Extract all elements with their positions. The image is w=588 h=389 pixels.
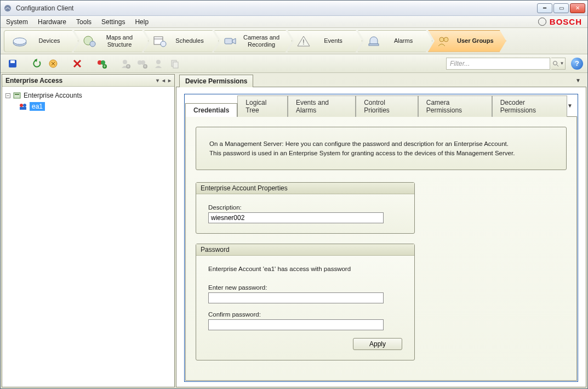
subtab-events-alarms[interactable]: Events and Alarms [288, 95, 356, 117]
app-icon [3, 3, 13, 13]
search-icon [552, 60, 559, 67]
menu-bar: System Hardware Tools Settings Help BOSC… [1, 16, 587, 28]
menu-settings[interactable]: Settings [101, 18, 125, 26]
svg-point-38 [23, 104, 26, 107]
dropdown-arrow-icon: ▼ [560, 61, 564, 66]
activate-button[interactable] [45, 56, 61, 71]
nav-events[interactable]: ! Events [288, 30, 362, 52]
svg-point-2 [13, 38, 26, 44]
svg-rect-16 [10, 60, 15, 63]
password-status-text: Enterprise Account 'ea1' has access with… [208, 266, 402, 272]
new-password-input[interactable] [208, 292, 384, 303]
pin-icon[interactable]: ▾ [156, 77, 159, 83]
group-title: Password [196, 244, 414, 256]
tree-root-row[interactable]: − Enterprise Accounts [5, 90, 171, 101]
device-icon [12, 33, 27, 49]
group-account-properties: Enterprise Account Properties Descriptio… [196, 182, 415, 234]
nav-label: Events [317, 37, 350, 44]
toolbar: + + + Filter... ▼ ? [1, 54, 587, 73]
apply-button[interactable]: Apply [353, 338, 402, 350]
subtab-camera-permissions[interactable]: Camera Permissions [418, 95, 492, 117]
nav-strip: Devices Maps and Structure Schedules Cam… [1, 28, 587, 54]
tree-child-label: ea1 [30, 102, 45, 111]
account-icon [19, 102, 27, 111]
info-line-2: This password is used in an Enterprise S… [209, 149, 553, 158]
user-groups-icon [436, 33, 452, 49]
add-dual-button[interactable]: + [134, 56, 150, 71]
menu-help[interactable]: Help [135, 18, 149, 26]
schedule-icon [152, 33, 168, 49]
close-button[interactable]: ✕ [570, 3, 585, 13]
camera-icon [222, 33, 238, 49]
svg-rect-39 [20, 107, 26, 110]
minimize-button[interactable]: ━ [537, 3, 552, 13]
nav-alarms[interactable]: Alarms [358, 30, 432, 52]
new-password-label: Enter new password: [208, 284, 402, 291]
right-body: Credentials Logical Tree Events and Alar… [176, 87, 586, 387]
info-box: On a Management Server: Here you can con… [196, 127, 567, 170]
subtab-content: On a Management Server: Here you can con… [185, 116, 577, 381]
alarm-icon [366, 33, 381, 49]
copy-button[interactable] [167, 56, 182, 71]
main-area: Enterprise Access ▾ ◂ ▸ − Enterprise Acc… [1, 73, 587, 388]
menu-hardware[interactable]: Hardware [38, 18, 66, 26]
svg-text:!: ! [302, 38, 304, 46]
svg-text:+: + [144, 64, 146, 69]
svg-point-37 [20, 104, 23, 107]
subtab-decoder-permissions[interactable]: Decoder Permissions [492, 95, 567, 117]
menu-tools[interactable]: Tools [76, 18, 92, 26]
next-icon[interactable]: ▸ [168, 77, 171, 83]
left-panel-header: Enterprise Access ▾ ◂ ▸ [2, 75, 174, 87]
nav-label: Schedules [173, 37, 206, 44]
help-button[interactable]: ? [571, 58, 583, 70]
nav-label: User Groups [457, 37, 494, 44]
tree-collapse-icon[interactable]: − [5, 93, 10, 98]
svg-text:+: + [127, 64, 129, 69]
subtab-bar: Credentials Logical Tree Events and Alar… [185, 95, 577, 116]
left-panel: Enterprise Access ▾ ◂ ▸ − Enterprise Acc… [2, 74, 175, 387]
nav-schedules[interactable]: Schedules [144, 30, 219, 52]
nav-label: Cameras and Recording [243, 34, 279, 47]
filter-search-button[interactable]: ▼ [551, 58, 566, 70]
delete-button[interactable] [70, 56, 85, 71]
nav-devices[interactable]: Devices [4, 30, 78, 52]
tree-child-row[interactable]: ea1 [19, 101, 171, 112]
prev-icon[interactable]: ◂ [162, 77, 165, 83]
nav-label: Devices [33, 37, 66, 44]
nav-user-groups[interactable]: User Groups [428, 30, 506, 52]
nav-cameras[interactable]: Cameras and Recording [214, 30, 292, 52]
brand-text: BOSCH [550, 17, 582, 26]
nav-label: Maps and Structure [103, 34, 136, 47]
svg-point-13 [439, 37, 444, 42]
maximize-button[interactable]: ▭ [553, 3, 569, 13]
svg-point-14 [444, 37, 448, 42]
subtab-credentials[interactable]: Credentials [185, 103, 237, 117]
subtab-control-priorities[interactable]: Control Priorities [356, 95, 418, 117]
svg-rect-12 [369, 44, 379, 46]
save-button[interactable] [5, 56, 20, 71]
nav-maps[interactable]: Maps and Structure [74, 30, 149, 52]
bosch-logo-icon [538, 18, 546, 26]
svg-rect-35 [14, 93, 20, 98]
add-user-button[interactable]: + [118, 56, 133, 71]
brand-logo: BOSCH [538, 17, 582, 26]
section-tab[interactable]: Device Permissions [179, 75, 253, 87]
nav-label: Alarms [387, 37, 420, 44]
description-input[interactable] [208, 212, 384, 223]
subtab-dropdown-icon[interactable]: ▼ [567, 103, 577, 109]
svg-point-4 [90, 41, 95, 47]
description-label: Description: [208, 204, 402, 211]
subtab-logical-tree[interactable]: Logical Tree [237, 95, 288, 117]
undo-button[interactable] [29, 56, 44, 71]
confirm-password-input[interactable] [208, 319, 384, 330]
svg-point-33 [553, 61, 557, 65]
user-button[interactable] [151, 56, 166, 71]
svg-rect-32 [173, 62, 178, 68]
menu-system[interactable]: System [6, 18, 28, 26]
add-group-button[interactable]: + [94, 56, 109, 71]
filter-input[interactable]: Filter... [446, 58, 550, 70]
svg-line-34 [557, 65, 558, 66]
tree-root-label: Enterprise Accounts [24, 92, 82, 99]
section-dropdown-icon[interactable]: ▼ [575, 77, 581, 83]
svg-point-0 [4, 5, 11, 12]
